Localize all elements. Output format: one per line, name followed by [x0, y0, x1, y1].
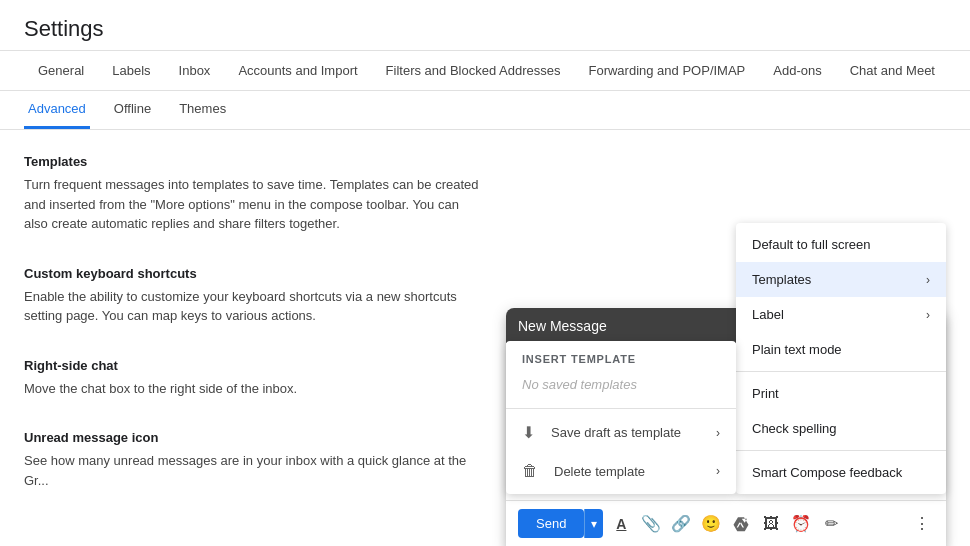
section-unread-icon: Unread message icon See how many unread … [24, 430, 486, 490]
template-empty-label: No saved templates [506, 369, 736, 404]
main-nav: General Labels Inbox Accounts and Import… [0, 51, 970, 91]
template-delete[interactable]: 🗑 Delete template › [506, 452, 736, 490]
more-options-icon[interactable]: ⋮ [910, 512, 934, 536]
menu-divider-1 [736, 371, 946, 372]
tab-general[interactable]: General [24, 51, 98, 90]
menu-item-plain-text[interactable]: Plain text mode [736, 332, 946, 367]
tab-inbox[interactable]: Inbox [165, 51, 225, 90]
tab-chat[interactable]: Chat and Meet [836, 51, 949, 90]
section-keyboard-title: Custom keyboard shortcuts [24, 266, 486, 281]
menu-divider-2 [736, 450, 946, 451]
drive-icon[interactable] [729, 512, 753, 536]
emoji-icon[interactable]: 🙂 [699, 512, 723, 536]
subtab-advanced[interactable]: Advanced [24, 91, 90, 129]
tab-filters[interactable]: Filters and Blocked Addresses [372, 51, 575, 90]
delete-template-icon: 🗑 [522, 462, 538, 480]
section-keyboard: Custom keyboard shortcuts Enable the abi… [24, 266, 486, 326]
photo-icon[interactable]: 🖼 [759, 512, 783, 536]
menu-item-check-spelling[interactable]: Check spelling [736, 411, 946, 446]
tab-accounts[interactable]: Accounts and Import [224, 51, 371, 90]
template-save-draft[interactable]: ⬇ Save draft as template › [506, 413, 736, 452]
menu-item-print[interactable]: Print [736, 376, 946, 411]
save-draft-chevron: › [716, 426, 720, 440]
tab-labels[interactable]: Labels [98, 51, 164, 90]
section-templates-title: Templates [24, 154, 486, 169]
section-unread-body: See how many unread messages are in your… [24, 451, 486, 490]
menu-item-smart-compose[interactable]: Smart Compose feedback [736, 455, 946, 490]
page-title: Settings [0, 0, 970, 51]
save-draft-icon: ⬇ [522, 423, 535, 442]
compose-title: New Message [518, 318, 607, 334]
delete-template-chevron: › [716, 464, 720, 478]
content-area: Templates Turn frequent messages into te… [0, 130, 510, 546]
template-divider [506, 408, 736, 409]
link-icon[interactable]: 🔗 [669, 512, 693, 536]
subtab-themes[interactable]: Themes [175, 91, 230, 129]
signature-icon[interactable]: ✏ [819, 512, 843, 536]
section-keyboard-body: Enable the ability to customize your key… [24, 287, 486, 326]
send-dropdown-btn[interactable]: ▾ [584, 509, 603, 538]
template-submenu: INSERT TEMPLATE No saved templates ⬇ Sav… [506, 341, 736, 494]
attach-icon[interactable]: 📎 [639, 512, 663, 536]
section-right-chat: Right-side chat Move the chat box to the… [24, 358, 486, 399]
formatting-icon[interactable]: A [609, 512, 633, 536]
send-button[interactable]: Send [518, 509, 584, 538]
tab-forwarding[interactable]: Forwarding and POP/IMAP [574, 51, 759, 90]
menu-item-label[interactable]: Label › [736, 297, 946, 332]
section-unread-title: Unread message icon [24, 430, 486, 445]
schedule-icon[interactable]: ⏰ [789, 512, 813, 536]
menu-item-templates[interactable]: Templates › [736, 262, 946, 297]
compose-footer: Send ▾ A 📎 🔗 🙂 🖼 ⏰ ✏ ⋮ [506, 500, 946, 546]
section-right-chat-title: Right-side chat [24, 358, 486, 373]
section-templates: Templates Turn frequent messages into te… [24, 154, 486, 234]
more-options-menu: Default to full screen Templates › Label… [736, 223, 946, 494]
templates-submenu-chevron: › [926, 273, 930, 287]
menu-item-fullscreen[interactable]: Default to full screen [736, 227, 946, 262]
tab-addons[interactable]: Add-ons [759, 51, 835, 90]
sub-nav: Advanced Offline Themes [0, 91, 970, 130]
label-submenu-chevron: › [926, 308, 930, 322]
subtab-offline[interactable]: Offline [110, 91, 155, 129]
send-button-group: Send ▾ [518, 509, 603, 538]
template-section-header: INSERT TEMPLATE [506, 345, 736, 369]
section-right-chat-body: Move the chat box to the right side of t… [24, 379, 486, 399]
section-templates-body: Turn frequent messages into templates to… [24, 175, 486, 234]
